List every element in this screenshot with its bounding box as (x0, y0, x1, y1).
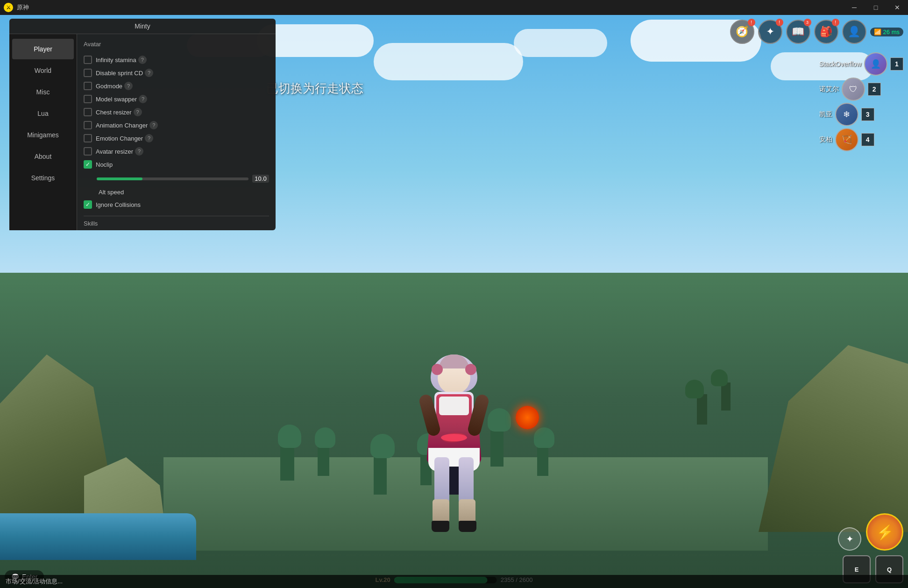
noclip-slider-fill (97, 177, 142, 180)
help-disable-sprint-cd[interactable]: ? (145, 69, 153, 77)
water-area (0, 513, 196, 560)
label-godmode: Godmode ? (96, 82, 269, 90)
tree-1 (280, 443, 294, 481)
member-4-portrait: 🏹 (835, 128, 858, 151)
toggle-ignore-collisions[interactable]: ✓ (84, 200, 92, 209)
toggle-infinity-stamina[interactable] (84, 56, 92, 64)
option-disable-sprint-cd: Disable sprint CD ? (84, 66, 269, 79)
tree-7-top (711, 369, 728, 386)
minimize-button[interactable]: ─ (844, 0, 865, 15)
member-4-name: 安柏 (819, 135, 832, 144)
panel-content: Avatar Infinity stamina ? Disable sprint… (77, 34, 276, 230)
party-member-1: StackOverflow 👤 1 (819, 52, 903, 76)
label-emotion-changer: Emotion Changer ? (96, 134, 269, 142)
tree-6-top (534, 427, 554, 448)
noclip-slider-row: 10.0 (97, 175, 269, 183)
label-avatar-resizer: Avatar resizer ? (96, 147, 269, 156)
party-list: StackOverflow 👤 1 诺艾尔 🛡 2 凯亚 ❄ 3 (819, 52, 903, 153)
panel-header: Minty (9, 19, 276, 34)
tree-1-top (278, 425, 301, 448)
panel-sidebar: Player World Misc Lua Minigames About Se… (9, 34, 77, 230)
slot-4-number[interactable]: 4 (861, 133, 874, 146)
label-disable-sprint-cd: Disable sprint CD ? (96, 69, 269, 77)
member-1-portrait: 👤 (864, 52, 887, 76)
nav-player[interactable]: Player (12, 39, 74, 59)
bag-badge: ! (832, 19, 839, 26)
noclip-slider-section: 10.0 (84, 171, 269, 186)
tree-8 (697, 394, 707, 425)
member-2-name: 诺艾尔 (819, 85, 839, 93)
overlay-panel: Minty Player World Misc Lua Minigames Ab… (9, 19, 276, 230)
toggle-chest-resizer[interactable] (84, 108, 92, 116)
party-member-2: 诺艾尔 🛡 2 (819, 78, 903, 101)
nav-misc[interactable]: Misc (12, 82, 74, 102)
ping-display: 📶 26 ms (870, 28, 903, 36)
help-model-swapper[interactable]: ? (139, 95, 147, 103)
tree-8-top (685, 380, 704, 398)
avatar-section-header: Avatar (84, 41, 269, 50)
label-chest-resizer: Chest resizer ? (96, 108, 269, 116)
nav-lua[interactable]: Lua (12, 103, 74, 124)
option-avatar-resizer: Avatar resizer ? (84, 145, 269, 158)
noclip-slider-value: 10.0 (252, 175, 269, 183)
bottom-notification: 市场/交流/活动信息... (0, 575, 908, 588)
title-bar-text: 原神 (17, 3, 29, 12)
tree-3 (374, 453, 387, 495)
option-infinity-stamina: Infinity stamina ? (84, 53, 269, 66)
member-3-portrait: ❄ (835, 103, 858, 126)
cloud-4 (514, 29, 607, 57)
member-1-name: StackOverflow (819, 60, 861, 68)
toggle-godmode[interactable] (84, 82, 92, 90)
character-sprite (403, 336, 505, 532)
toggle-avatar-resizer[interactable] (84, 147, 92, 156)
book-badge: 3 (804, 19, 811, 26)
help-emotion-changer[interactable]: ? (145, 134, 153, 142)
slot-2-number[interactable]: 2 (868, 83, 881, 96)
toggle-disable-sprint-cd[interactable] (84, 69, 92, 77)
help-infinity-stamina[interactable]: ? (138, 56, 147, 64)
bag-icon[interactable]: 🎒 ! (814, 20, 838, 44)
maximize-button[interactable]: □ (865, 0, 887, 15)
title-bar: ⚔ 原神 ─ □ ✕ (0, 0, 908, 15)
toggle-animation-changer[interactable] (84, 121, 92, 129)
tree-2 (318, 443, 329, 476)
ping-value: 26 ms (883, 28, 900, 35)
profile-icon[interactable]: 👤 (842, 20, 866, 44)
toggle-model-swapper[interactable] (84, 95, 92, 103)
book-icon[interactable]: 📖 3 (786, 20, 810, 44)
party-member-4: 安柏 🏹 4 (819, 128, 903, 151)
help-chest-resizer[interactable]: ? (134, 108, 142, 116)
member-2-portrait: 🛡 (842, 78, 865, 101)
tree-6 (537, 443, 548, 476)
noclip-slider-track[interactable] (97, 177, 248, 180)
nav-about[interactable]: About (12, 146, 74, 167)
option-emotion-changer: Emotion Changer ? (84, 132, 269, 145)
quest-icon[interactable]: ✦ ! (758, 20, 782, 44)
help-animation-changer[interactable]: ? (149, 121, 158, 129)
panel-body: Player World Misc Lua Minigames About Se… (9, 34, 276, 230)
nav-world[interactable]: World (12, 60, 74, 81)
slot-3-number[interactable]: 3 (861, 108, 874, 121)
help-godmode[interactable]: ? (124, 82, 133, 90)
label-infinity-stamina: Infinity stamina ? (96, 56, 269, 64)
toggle-noclip[interactable]: ✓ (84, 160, 92, 169)
label-animation-changer: Animation Changer ? (96, 121, 269, 129)
map-icon[interactable]: 🧭 ! (730, 20, 754, 44)
nav-settings[interactable]: Settings (12, 168, 74, 188)
label-noclip: Noclip (96, 161, 269, 168)
nav-minigames[interactable]: Minigames (12, 125, 74, 145)
tree-7 (721, 383, 731, 411)
cloud-3 (374, 43, 523, 80)
close-button[interactable]: ✕ (887, 0, 908, 15)
option-noclip: ✓ Noclip (84, 158, 269, 171)
compass-btn[interactable]: ✦ (838, 527, 861, 551)
burst-button[interactable]: ⚡ (866, 513, 903, 551)
notification-text: 市场/交流/活动信息... (6, 577, 63, 586)
help-avatar-resizer[interactable]: ? (135, 147, 143, 156)
toggle-emotion-changer[interactable] (84, 134, 92, 142)
hud-bottom-right: ✦ ⚡ E Q (838, 513, 903, 583)
option-alt-speed: Alt speed (84, 186, 269, 198)
slot-1-number[interactable]: 1 (890, 57, 903, 71)
label-model-swapper: Model swapper ? (96, 95, 269, 103)
option-animation-changer: Animation Changer ? (84, 119, 269, 132)
